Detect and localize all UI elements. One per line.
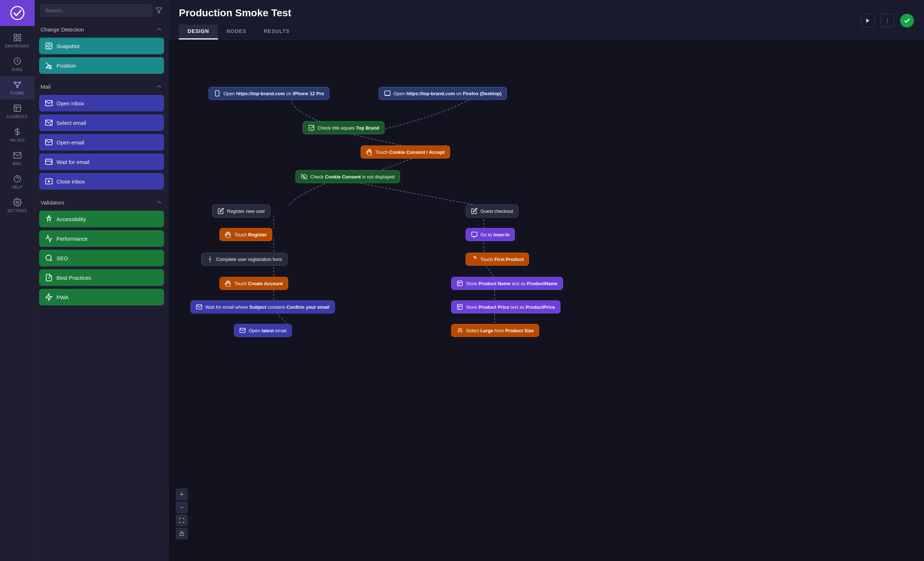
search-input[interactable] bbox=[40, 4, 152, 16]
sidebar-item-mail[interactable]: MAIL bbox=[0, 147, 34, 170]
flow-node-store-product-name[interactable]: Store Product Name text as ProductName bbox=[451, 277, 563, 290]
flow-node-register-new-user[interactable]: Register new user bbox=[212, 205, 270, 217]
svg-point-39 bbox=[887, 20, 888, 21]
svg-point-32 bbox=[48, 216, 50, 217]
flow-node-touch-first-product[interactable]: Touch First Product bbox=[466, 253, 529, 266]
zoom-in-button[interactable]: + bbox=[176, 489, 188, 500]
flow-node-check-cookie-hidden[interactable]: Check Cookie Consent is not displayed bbox=[296, 170, 400, 183]
left-navigation: DASHBOARD RUNS FLOWS ELEMENTS VALUES MAI… bbox=[0, 0, 35, 561]
change-detection-items: Snapshot Position bbox=[35, 36, 168, 78]
sidebar-node-accessibility[interactable]: Accessibility bbox=[39, 211, 164, 227]
zoom-out-button[interactable]: − bbox=[176, 502, 188, 513]
canvas-controls: + − bbox=[176, 489, 188, 539]
flow-node-touch-cookie-consent[interactable]: Touch Cookie Consent / Accept bbox=[361, 145, 450, 159]
svg-rect-55 bbox=[180, 533, 184, 535]
sidebar-node-open-email[interactable]: Open email bbox=[39, 134, 164, 151]
tab-results[interactable]: RESULTS bbox=[255, 25, 298, 39]
collapse-change-detection-icon[interactable] bbox=[156, 26, 163, 33]
section-change-detection: Change Detection bbox=[35, 21, 168, 36]
lock-button[interactable] bbox=[176, 528, 188, 539]
sidebar-item-runs[interactable]: RUNS bbox=[0, 52, 34, 76]
page-title: Production Smoke Test bbox=[179, 7, 861, 25]
status-indicator bbox=[900, 14, 914, 27]
sidebar-node-seo[interactable]: SEO bbox=[39, 250, 164, 266]
app-logo[interactable] bbox=[0, 0, 35, 26]
flow-node-goto-new-in[interactable]: Go to /new-in bbox=[466, 228, 515, 241]
svg-rect-43 bbox=[385, 91, 390, 95]
flow-node-open-iphone[interactable]: Open https://top-brand.com on iPhone 12 … bbox=[208, 87, 330, 100]
sidebar-item-settings[interactable]: SETTINGS bbox=[0, 194, 34, 217]
flow-node-touch-create-account[interactable]: Touch Create Account bbox=[219, 277, 288, 290]
canvas-inner: Open https://top-brand.com on iPhone 12 … bbox=[169, 40, 924, 561]
tabs-area: DESIGN NODES RESULTS bbox=[179, 25, 861, 39]
sidebar-item-help[interactable]: HELP bbox=[0, 170, 34, 194]
svg-line-34 bbox=[50, 259, 52, 261]
flow-node-touch-register[interactable]: Touch Register bbox=[219, 228, 272, 241]
main-content: Production Smoke Test DESIGN NODES RESUL… bbox=[169, 0, 924, 561]
svg-rect-2 bbox=[18, 34, 21, 37]
svg-point-6 bbox=[14, 82, 16, 83]
more-options-button[interactable] bbox=[880, 14, 894, 27]
sidebar-node-select-email[interactable]: Select email bbox=[39, 114, 164, 131]
sidebar-node-performance[interactable]: Performance bbox=[39, 230, 164, 247]
sidebar-node-position[interactable]: Position bbox=[39, 57, 164, 74]
sidebar-item-values[interactable]: VALUES bbox=[0, 123, 34, 147]
sidebar-node-best-practices[interactable]: Best Practices bbox=[39, 269, 164, 286]
svg-point-33 bbox=[46, 255, 51, 260]
section-mail: Mail bbox=[35, 78, 168, 93]
svg-point-7 bbox=[19, 82, 21, 83]
header-actions bbox=[861, 14, 914, 33]
filter-icon[interactable] bbox=[155, 7, 163, 14]
validators-items: Accessibility Performance SEO Best Pract… bbox=[35, 209, 168, 310]
run-button[interactable] bbox=[861, 14, 875, 27]
mail-items: Open inbox Select email Open email Wait … bbox=[35, 93, 168, 194]
flow-node-select-large[interactable]: Select Large from Product Size bbox=[451, 324, 539, 337]
flow-node-guest-checkout[interactable]: Guest checkout bbox=[466, 205, 519, 217]
sidebar-panel: Change Detection Snapshot Position Mail … bbox=[35, 0, 169, 561]
sidebar-item-elements[interactable]: ELEMENTS bbox=[0, 100, 34, 123]
flow-node-store-product-price[interactable]: Store Product Price text as ProductPrice bbox=[451, 301, 561, 313]
sidebar-node-snapshot[interactable]: Snapshot bbox=[39, 37, 164, 54]
sidebar-node-close-inbox[interactable]: Close inbox bbox=[39, 173, 164, 190]
sidebar-node-pwa[interactable]: PWA bbox=[39, 289, 164, 305]
section-validators: Validators bbox=[35, 194, 168, 209]
sidebar-node-wait-for-email[interactable]: Wait for email bbox=[39, 154, 164, 170]
svg-point-0 bbox=[11, 6, 24, 19]
svg-rect-4 bbox=[18, 38, 21, 41]
svg-line-11 bbox=[17, 83, 20, 86]
collapse-validators-icon[interactable] bbox=[156, 199, 163, 206]
main-header: Production Smoke Test DESIGN NODES RESUL… bbox=[169, 0, 924, 40]
svg-rect-53 bbox=[457, 281, 462, 286]
svg-marker-36 bbox=[46, 294, 52, 301]
svg-point-38 bbox=[887, 18, 888, 19]
svg-point-40 bbox=[887, 22, 888, 22]
svg-point-8 bbox=[16, 86, 18, 88]
collapse-mail-icon[interactable] bbox=[156, 83, 163, 90]
svg-point-21 bbox=[47, 45, 50, 47]
sidebar-node-open-inbox[interactable]: Open inbox bbox=[39, 95, 164, 111]
flow-canvas[interactable]: Open https://top-brand.com on iPhone 12 … bbox=[169, 40, 924, 561]
svg-rect-54 bbox=[457, 304, 462, 310]
fit-screen-button[interactable] bbox=[176, 515, 188, 526]
svg-marker-19 bbox=[156, 8, 162, 13]
flow-node-open-firefox[interactable]: Open https://top-brand.com on Firefox (D… bbox=[379, 87, 507, 100]
sidebar-search-area bbox=[35, 0, 168, 21]
tab-nodes[interactable]: NODES bbox=[218, 25, 255, 39]
flow-node-check-title[interactable]: Check title equals Top Brand bbox=[303, 121, 384, 134]
svg-rect-47 bbox=[472, 232, 477, 236]
svg-rect-3 bbox=[14, 38, 16, 41]
sidebar-item-dashboard[interactable]: DASHBOARD bbox=[0, 29, 34, 52]
svg-line-10 bbox=[15, 83, 17, 86]
svg-rect-20 bbox=[46, 43, 52, 49]
flow-node-wait-for-email[interactable]: Wait for email where Subject contains Co… bbox=[190, 301, 335, 313]
sidebar-item-flows[interactable]: FLOWS bbox=[0, 76, 34, 100]
svg-rect-1 bbox=[14, 34, 16, 37]
svg-rect-45 bbox=[309, 125, 314, 130]
tab-design[interactable]: DESIGN bbox=[179, 25, 218, 39]
flow-node-open-latest-email[interactable]: Open latest email bbox=[234, 324, 292, 337]
svg-rect-12 bbox=[14, 105, 21, 111]
svg-point-50 bbox=[210, 259, 211, 260]
flow-node-complete-registration[interactable]: Complete user registration form bbox=[201, 253, 288, 266]
svg-point-18 bbox=[16, 201, 18, 203]
svg-marker-37 bbox=[866, 18, 869, 23]
